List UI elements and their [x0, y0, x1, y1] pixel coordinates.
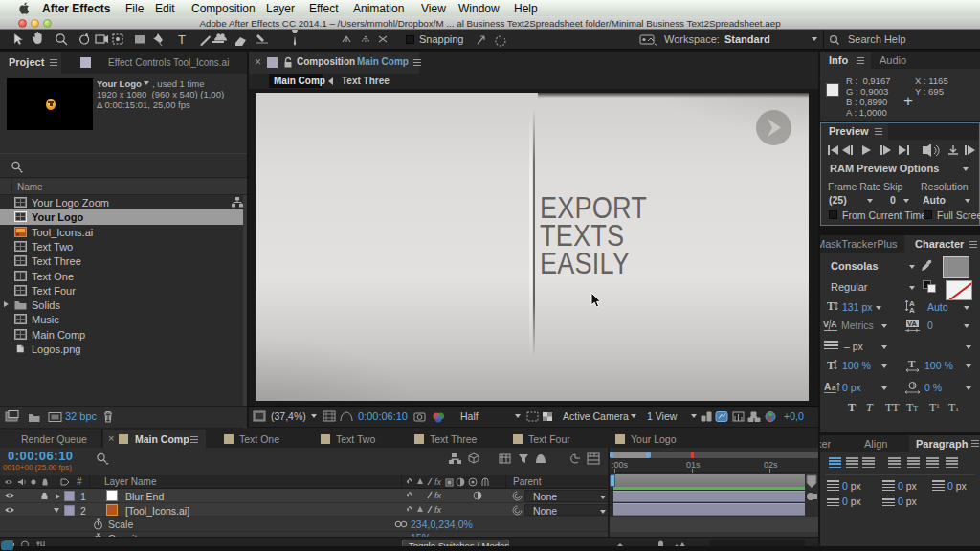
svg-text:A: A: [909, 306, 915, 314]
svg-text:A: A: [831, 320, 837, 329]
svg-text:V: V: [823, 320, 829, 329]
svg-text:fx: fx: [434, 491, 442, 500]
svg-text:fx: fx: [434, 505, 442, 515]
svg-text:A: A: [824, 382, 831, 392]
svg-text:T: T: [827, 359, 835, 372]
svg-text:a: a: [832, 384, 836, 392]
svg-text:fx: fx: [434, 477, 442, 487]
svg-text:VA: VA: [907, 320, 917, 328]
svg-text:T: T: [827, 299, 835, 313]
svg-text:T: T: [908, 358, 916, 369]
svg-text:T: T: [178, 33, 186, 47]
